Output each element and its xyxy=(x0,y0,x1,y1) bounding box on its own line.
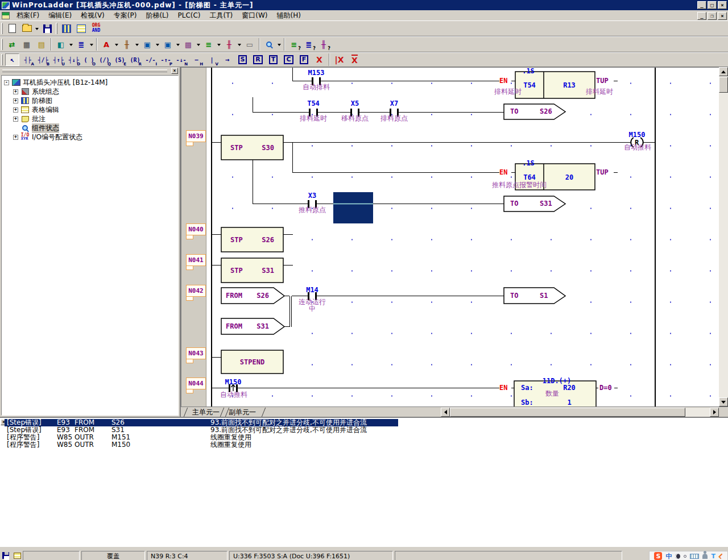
monitor-m-dropdown[interactable] xyxy=(176,44,180,48)
menu-file[interactable]: 档案(F) xyxy=(12,10,44,21)
step-r-tool[interactable]: R xyxy=(251,53,265,66)
toolbar-grip[interactable] xyxy=(1,39,3,50)
invert-tool[interactable]: -/-I xyxy=(143,53,158,66)
vline-tool[interactable]: |V xyxy=(205,53,219,66)
window-cascade-button[interactable]: ▭ xyxy=(243,38,257,51)
contact-up-tool[interactable]: ┤↑├U xyxy=(51,53,65,66)
tree-item-ladder[interactable]: + 阶梯图 xyxy=(13,96,52,105)
contact-x7[interactable]: X7 xyxy=(383,100,406,107)
menu-edit[interactable]: 编辑(E) xyxy=(44,10,76,21)
coil-set-tool[interactable]: (S)E xyxy=(113,53,127,66)
tree-item-component-status[interactable]: 组件状态 xyxy=(20,123,59,132)
network-label-n043[interactable]: N043 xyxy=(186,347,206,359)
monitor-x-dropdown[interactable] xyxy=(156,44,159,48)
to-s31-arg[interactable]: S31 xyxy=(540,200,552,207)
child-close-button[interactable]: × xyxy=(718,12,727,20)
falling-tool[interactable]: -↓-N xyxy=(174,53,188,66)
register-table-button[interactable]: ▤ xyxy=(35,38,48,51)
status-list-dropdown[interactable] xyxy=(217,44,221,48)
message-row[interactable]: [程序警告] W85 OUTR M150 线圈重复使用 xyxy=(0,441,728,449)
timer2-name[interactable]: T64 xyxy=(518,174,541,181)
goto-tool[interactable]: → xyxy=(220,53,234,66)
delete-row-tool[interactable]: X xyxy=(348,53,362,66)
contact-monitor-dropdown[interactable] xyxy=(135,44,139,48)
expand-icon[interactable]: + xyxy=(13,135,18,140)
delete-tool[interactable]: X xyxy=(312,53,326,66)
chinese-mode-icon[interactable]: 中 xyxy=(665,552,672,560)
menu-plc[interactable]: PLC(C) xyxy=(173,11,205,20)
pointer-tool-button[interactable]: ↖ xyxy=(5,53,19,66)
timer-tool[interactable]: T xyxy=(266,53,280,66)
child-restore-button[interactable]: ❐ xyxy=(708,12,717,20)
status-list-button[interactable]: ≡ xyxy=(202,38,216,51)
tree-item-comment[interactable]: + 批注 xyxy=(13,114,46,123)
coil-m150[interactable]: M150 xyxy=(626,131,648,138)
network-label-n042[interactable]: N042 xyxy=(186,285,206,297)
fn-sb-val[interactable]: 1 xyxy=(559,399,580,406)
ladder-view-dropdown[interactable] xyxy=(90,44,93,48)
to-s31-op[interactable]: TO xyxy=(510,200,518,207)
menu-view[interactable]: 检视(V) xyxy=(76,10,109,21)
contact-a-tool[interactable]: ┤├A xyxy=(20,53,35,66)
menu-ladder[interactable]: 阶梯(L) xyxy=(141,10,173,21)
app-icon[interactable] xyxy=(2,2,10,9)
function-tool[interactable]: F xyxy=(297,53,311,66)
edit-ladder-button[interactable] xyxy=(75,22,88,35)
maximize-button[interactable]: □ xyxy=(708,1,717,9)
contact-monitor-button[interactable]: ╫ xyxy=(120,38,134,51)
expand-icon[interactable]: + xyxy=(13,98,18,103)
contact-t54[interactable]: T54 xyxy=(302,100,325,107)
tree-root[interactable]: - 耳机插头冲压机 [B1z-14M] xyxy=(4,78,107,87)
open-button[interactable] xyxy=(20,22,34,35)
stp-s31-box[interactable]: STPS31 xyxy=(221,258,283,283)
to-s1-arg[interactable]: S1 xyxy=(540,292,548,299)
selection-cursor[interactable] xyxy=(333,192,373,223)
message-row[interactable]: [Step错误] E93 FROM S31 93.前面找不到可配对之并进分歧,不… xyxy=(0,426,728,434)
minimize-button[interactable]: _ xyxy=(697,1,706,9)
coil-not-tool[interactable]: (/)Q xyxy=(97,53,111,66)
toolbar-grip[interactable] xyxy=(1,23,3,34)
contact-b-tool[interactable]: ┤/├B xyxy=(36,53,50,66)
monitor-x-button[interactable]: ▣ xyxy=(140,38,154,51)
edit-mode-dropdown[interactable] xyxy=(115,44,118,48)
project-view-dropdown[interactable] xyxy=(69,44,73,48)
edit-mode-button[interactable]: A xyxy=(100,38,113,51)
horizontal-scroll-thumb[interactable] xyxy=(450,408,685,417)
menu-tool[interactable]: 工具(T) xyxy=(205,10,238,21)
scroll-left-button[interactable] xyxy=(441,408,450,417)
contact-down-tool[interactable]: ┤↓├D xyxy=(67,53,81,66)
from-s31-box[interactable]: FROMS31 xyxy=(221,318,274,334)
document-icon[interactable] xyxy=(2,12,10,19)
toolbar-grip[interactable] xyxy=(56,23,57,34)
contact-x5[interactable]: X5 xyxy=(344,100,366,107)
account-icon[interactable] xyxy=(702,554,708,559)
stpend-box[interactable]: STPEND xyxy=(221,350,283,374)
org-and-button[interactable]: ORGAND xyxy=(89,22,103,35)
network-label-n041[interactable]: N041 xyxy=(186,254,206,266)
scroll-right-button[interactable] xyxy=(710,408,719,417)
message-row[interactable]: [程序警告] W85 OUTR M151 线圈重复使用 xyxy=(0,434,728,441)
coil-out-tool[interactable]: ( )O xyxy=(82,53,96,66)
scroll-down-button[interactable] xyxy=(719,397,728,406)
status-save-icon[interactable] xyxy=(1,551,10,559)
to-s26-op[interactable]: TO xyxy=(510,108,518,115)
ladder-query-button[interactable]: ≣? xyxy=(302,38,316,51)
chip-button[interactable]: ▦ xyxy=(20,38,34,51)
expand-icon[interactable]: + xyxy=(13,107,18,113)
expand-icon[interactable]: + xyxy=(13,89,18,94)
panel-close-button[interactable]: × xyxy=(171,68,178,74)
timer2-preset[interactable]: 20 xyxy=(558,174,581,181)
horizontal-scrollbar[interactable] xyxy=(441,408,719,417)
timer1-preset[interactable]: R13 xyxy=(558,82,581,89)
close-button[interactable]: × xyxy=(718,1,727,9)
find-window-dropdown[interactable] xyxy=(278,44,281,48)
hline-tool[interactable]: —H xyxy=(189,53,204,66)
menu-window[interactable]: 窗口(W) xyxy=(237,10,272,21)
save-button[interactable] xyxy=(40,22,54,35)
coil-reset-tool[interactable]: (R)R xyxy=(128,53,142,66)
device-m-button[interactable]: ╫ xyxy=(222,38,236,51)
sogou-icon[interactable]: S xyxy=(654,552,662,560)
scroll-up-button[interactable] xyxy=(719,67,728,76)
child-minimize-button[interactable]: _ xyxy=(697,12,706,20)
step-s-tool[interactable]: S xyxy=(235,53,250,66)
